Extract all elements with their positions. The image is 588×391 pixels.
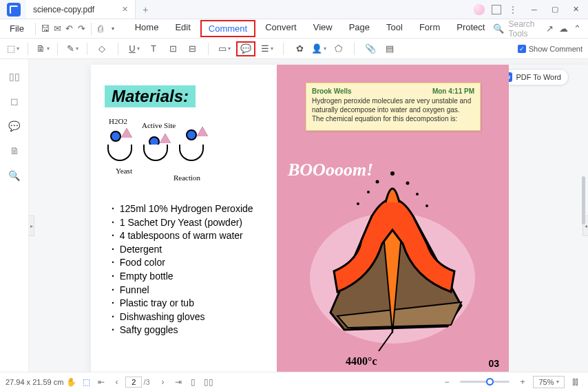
measure-tool[interactable]: ☰ [260,41,275,56]
note-tool[interactable]: 🗎 [35,41,50,56]
list-item: Safty goggles [112,324,267,337]
mail-icon[interactable]: ✉ [52,21,63,36]
fit-page-icon[interactable] [567,374,582,390]
minimize-button[interactable]: ─ [525,1,544,18]
hand-tool-icon[interactable]: ✋ [63,374,78,390]
print-dropdown-icon[interactable]: ▾ [107,21,118,36]
label-active-site: Active Site [142,121,176,129]
collapse-ribbon-icon[interactable]: ⌃ [574,23,581,34]
tab-form[interactable]: Form [412,20,447,37]
search-placeholder: Search Tools [508,19,538,39]
document-tab[interactable]: science-copy.pdf ✕ [26,0,136,19]
page-dimensions: 27.94 x 21.59 cm [6,378,63,386]
sticky-note-tool[interactable]: 💬 [236,41,255,56]
zoom-out-icon[interactable]: − [439,374,454,390]
share-icon[interactable]: ↗ [546,23,554,34]
label-h2o2: H2O2 [109,117,127,125]
signature-tool[interactable]: 👤 [311,41,326,56]
last-page-icon[interactable]: ⇥ [171,374,186,390]
stamp-create-tool[interactable]: ⬠ [330,41,346,56]
underline-tool[interactable]: U [127,41,142,56]
maximize-button[interactable]: ▢ [545,1,565,18]
workspace: ▯▯ ◻ 💬 🗎 🔍 ▸ ◂ W PDF To Word Materials: … [0,59,588,372]
pdf-to-word-label: PDF To Word [516,73,561,81]
sticky-note-popup[interactable]: Brook Wells Mon 4:11 PM Hydrogen peroxid… [306,83,481,131]
svg-point-7 [426,204,428,207]
list-item: 1 Sachet Dry Yeast (powder) [112,216,267,230]
page-2-left: Materials: H2O2 Active Site Yeast Reacti… [91,65,277,372]
comments-panel-icon[interactable]: 💬 [8,120,21,132]
prev-page-icon[interactable]: ‹ [109,374,124,390]
save-icon[interactable]: 🖫 [40,21,51,36]
show-comment-toggle[interactable]: ✓ Show Comment [518,45,582,53]
attachment-tool[interactable]: 📎 [363,41,378,56]
svg-point-1 [367,191,370,193]
tab-convert[interactable]: Convert [258,20,304,37]
tab-edit[interactable]: Edit [168,20,197,37]
vertical-scrollbar[interactable] [582,176,585,224]
attachments-panel-icon[interactable]: 🗎 [8,145,21,157]
page-number-input[interactable] [125,377,142,388]
menubar: File 🖫 ✉ ↶ ↷ ⎙ ▾ Home Edit Comment Conve… [0,19,588,39]
tab-protect[interactable]: Protect [450,20,492,37]
tab-title: science-copy.pdf [33,5,94,14]
shape-tool[interactable]: ▭ [217,41,232,56]
redo-icon[interactable]: ↷ [76,21,87,36]
zoom-slider[interactable] [460,381,510,383]
select-tool[interactable]: ⬚ [6,41,21,56]
document-canvas[interactable]: W PDF To Word Materials: H2O2 Active Sit… [29,59,588,372]
bookmarks-icon[interactable]: ◻ [8,95,21,107]
label-yeast: Yeast [116,167,132,175]
single-page-icon[interactable]: ▯ [186,374,201,390]
close-window-button[interactable]: ✕ [566,1,585,18]
search-tools[interactable]: 🔍 Search Tools [493,19,538,39]
svg-point-2 [376,180,379,184]
callout-tool[interactable]: ⊟ [185,41,200,56]
list-item: Food color [112,256,267,270]
file-menu[interactable]: File [3,23,31,34]
select-tool-icon[interactable]: ⬚ [78,374,94,390]
list-item: Dishwashing gloves [112,310,267,324]
next-page-icon[interactable]: › [156,374,171,390]
stamp-tool[interactable]: ✿ [292,41,307,56]
textbox-tool[interactable]: ⊡ [165,41,180,56]
print-icon[interactable]: ⎙ [96,21,107,36]
list-item: Detergent [112,243,267,257]
tab-view[interactable]: View [306,20,339,37]
page-spread: Materials: H2O2 Active Site Yeast Reacti… [91,65,588,372]
thumbnails-icon[interactable]: ▯▯ [8,70,21,83]
zoom-level-dropdown[interactable]: 75% [533,376,565,388]
materials-list: 125ml 10% Hydrogen Peroxide 1 Sachet Dry… [112,202,267,337]
reaction-diagram: H2O2 Active Site Yeast Reaction [105,120,267,191]
svg-point-5 [416,193,419,196]
page-2-right: Brook Wells Mon 4:11 PM Hydrogen peroxid… [277,65,509,372]
first-page-icon[interactable]: ⇤ [94,374,109,390]
two-page-icon[interactable]: ▯▯ [201,374,216,390]
list-item: Plastic tray or tub [112,297,267,310]
svg-point-3 [390,171,395,176]
tab-tool[interactable]: Tool [379,20,410,37]
temperature-label: 4400°c [346,355,377,368]
tab-home[interactable]: Home [128,20,166,37]
close-tab-icon[interactable]: ✕ [122,5,128,14]
new-tab-button[interactable]: + [143,4,148,15]
volcano-illustration [289,154,496,354]
text-tool[interactable]: T [146,41,161,56]
more-menu-icon[interactable]: ⋮ [508,4,518,15]
search-icon: 🔍 [493,23,504,34]
tab-page[interactable]: Page [342,20,377,37]
tab-comment[interactable]: Comment [200,20,255,37]
comment-list-tool[interactable]: ▤ [382,41,397,56]
cloud-icon[interactable]: ☁ [559,23,568,34]
list-item: 4 tablespoons of warm water [112,229,267,243]
zoom-in-icon[interactable]: + [515,374,530,390]
notification-icon[interactable] [492,5,501,14]
svg-point-6 [357,202,359,205]
eraser-tool[interactable]: ◇ [94,41,109,56]
sticky-body: Hydrogen peroxide molecules are very uns… [312,96,474,123]
pencil-tool[interactable]: ✎ [65,41,80,56]
search-panel-icon[interactable]: 🔍 [8,169,21,182]
undo-icon[interactable]: ↶ [64,21,75,36]
zoom-thumb[interactable] [486,378,494,385]
ai-assistant-icon[interactable] [474,4,485,15]
